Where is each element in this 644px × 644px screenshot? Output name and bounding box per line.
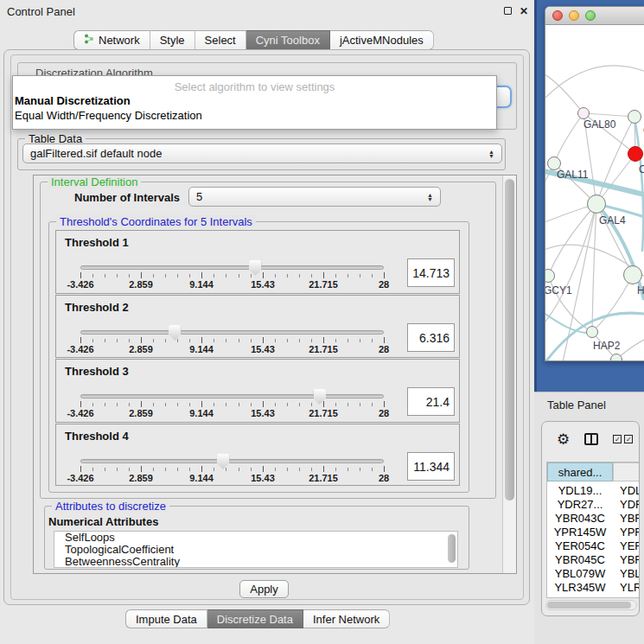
column-header-name[interactable]: n <box>613 462 640 481</box>
network-edges <box>545 25 644 361</box>
attributes-group-label: Attributes to discretize <box>52 500 169 513</box>
algorithm-group-label: Discretization Algorithm <box>33 67 156 75</box>
threshold-4-value[interactable]: 11.344 <box>407 452 455 481</box>
threshold-2-value[interactable]: 6.316 <box>407 323 455 352</box>
thresholds-group-label: Threshold's Coordinates for 5 Intervals <box>56 215 256 228</box>
threshold-1-slider[interactable] <box>80 265 384 270</box>
tab-style[interactable]: Style <box>150 30 195 50</box>
zoom-traffic-icon[interactable] <box>585 10 596 21</box>
attributes-scrollbar-thumb[interactable] <box>448 534 456 563</box>
table-row[interactable]: YDL19...YDL1 <box>547 484 640 498</box>
node-label: GCY1 <box>545 284 572 296</box>
table-panel-card: ⚙ ✓ ✓ shared... n YDL19...YDL1 YDR27...Y… <box>541 421 640 616</box>
threshold-1-value[interactable]: 14.713 <box>407 258 455 287</box>
num-intervals-combo[interactable]: 5 ▲▼ <box>188 187 441 207</box>
table-row[interactable]: YBL079WYBL0 <box>547 567 640 581</box>
panel-title: Control Panel <box>7 5 75 18</box>
threshold-2-box: Threshold 2 -3.426 2.859 9.144 15.43 21.… <box>55 295 460 358</box>
threshold-4-label: Threshold 4 <box>65 430 129 443</box>
settings-scrollbar[interactable] <box>502 175 516 573</box>
table-hscrollbar-thumb[interactable] <box>547 602 631 609</box>
network-canvas[interactable]: GAL80 GA GAL11 C GAL4 GCY1 H HAP2 <box>545 25 644 361</box>
list-item[interactable]: BetweennessCentrality <box>54 556 457 568</box>
close-traffic-icon[interactable] <box>552 10 563 21</box>
node-label: H <box>637 284 644 296</box>
dropdown-item-equal-width[interactable]: Equal Width/Frequency Discretization <box>13 108 496 123</box>
tab-select[interactable]: Select <box>195 30 246 50</box>
network-window-titlebar[interactable] <box>545 7 644 25</box>
table-row[interactable]: YPR145WYPR1 <box>547 526 640 539</box>
close-icon[interactable]: ✕ <box>519 6 529 16</box>
threshold-4-slider[interactable] <box>80 459 384 463</box>
table-hscrollbar[interactable] <box>545 600 637 610</box>
minimize-traffic-icon[interactable] <box>569 10 579 21</box>
table-row[interactable]: YBR043CYBR0 <box>547 512 640 526</box>
dropdown-hint: Select algorithm to view settings <box>13 76 496 93</box>
threshold-1-box: Threshold 1 -3.426 2.859 9.144 15.43 21.… <box>55 230 460 294</box>
attributes-list[interactable]: SelfLoops TopologicalCoefficient Between… <box>54 531 458 568</box>
settings-scrollbar-thumb[interactable] <box>505 179 514 501</box>
table-row[interactable]: YER054CYER0 <box>547 539 640 553</box>
dropdown-item-manual[interactable]: Manual Discretization <box>13 93 496 108</box>
gear-icon[interactable]: ⚙ <box>557 432 570 447</box>
node-selected-red[interactable] <box>628 146 643 162</box>
threshold-3-slider[interactable] <box>80 394 384 399</box>
node-label: GAL80 <box>583 118 615 131</box>
tab-discretize-data[interactable]: Discretize Data <box>207 609 303 628</box>
tab-infer-network[interactable]: Infer Network <box>303 609 390 628</box>
table-row[interactable]: YBR045CYBR0 <box>547 553 640 567</box>
table-panel-title: Table Panel <box>547 399 606 411</box>
node-gal4[interactable] <box>587 194 606 214</box>
threshold-1-label: Threshold 1 <box>65 236 129 249</box>
node-gal80[interactable] <box>577 107 590 119</box>
table-row[interactable]: YDR27...YDR2 <box>547 498 640 512</box>
tab-impute-data[interactable]: Impute Data <box>125 609 207 628</box>
stepper-icon: ▲▼ <box>488 150 494 158</box>
split-columns-icon[interactable] <box>584 433 598 445</box>
num-intervals-label: Number of Intervals <box>74 191 180 204</box>
threshold-2-slider[interactable] <box>80 330 384 335</box>
network-icon <box>84 34 94 47</box>
node-label: GAL11 <box>557 169 588 181</box>
threshold-3-value[interactable]: 21.4 <box>407 387 455 416</box>
threshold-3-box: Threshold 3 -3.426 2.859 9.144 15.43 21.… <box>55 359 460 423</box>
node-h[interactable] <box>623 265 642 284</box>
algorithm-dropdown: Select algorithm to view settings Manual… <box>12 75 497 130</box>
interval-definition-label: Interval Definition <box>48 175 141 188</box>
bottom-tab-bar: Impute Data Discretize Data Infer Networ… <box>125 609 390 628</box>
top-tab-bar: Network Style Select Cyni Toolbox jActiv… <box>73 30 434 50</box>
threshold-4-box: Threshold 4 -3.426 2.859 9.144 15.43 21.… <box>55 424 460 486</box>
node-table: shared... n YDL19...YDL1 YDR27...YDR2 YB… <box>546 462 640 598</box>
column-header-shared-name[interactable]: shared... <box>547 462 613 481</box>
node-bottom-partial[interactable] <box>610 354 622 361</box>
stepper-icon: ▲▼ <box>427 193 433 201</box>
table-data-combo[interactable]: galFiltered.sif default node ▲▼ <box>22 143 502 163</box>
threshold-2-label: Threshold 2 <box>65 301 129 314</box>
node-hap2[interactable] <box>586 326 598 338</box>
checkbox-icon[interactable]: ✓ <box>624 435 633 443</box>
node-label: HAP2 <box>593 340 620 352</box>
apply-button[interactable]: Apply <box>239 580 289 598</box>
float-icon[interactable] <box>502 6 513 16</box>
threshold-3-label: Threshold 3 <box>65 365 129 378</box>
node-top-right[interactable] <box>628 110 641 124</box>
tab-jactivemnodules[interactable]: jActiveMNodules <box>330 30 434 50</box>
numerical-attributes-label: Numerical Attributes <box>48 515 158 528</box>
list-item[interactable]: SelfLoops <box>54 532 457 544</box>
node-label: GAL4 <box>599 214 626 226</box>
node-label: C <box>639 163 644 175</box>
list-item[interactable]: TopologicalCoefficient <box>54 544 457 556</box>
checkbox-icon[interactable]: ✓ <box>613 435 622 443</box>
tab-network[interactable]: Network <box>73 30 150 50</box>
table-toolbar: ⚙ ✓ ✓ <box>542 422 639 456</box>
screenshot-root: Control Panel ✕ Network Style Select Cyn… <box>0 0 644 644</box>
table-row[interactable]: YIL052CYIL0 <box>547 595 640 598</box>
tab-cyni-toolbox[interactable]: Cyni Toolbox <box>246 30 330 50</box>
table-row[interactable]: YLR345WYLR3 <box>547 581 640 595</box>
network-window: GAL80 GA GAL11 C GAL4 GCY1 H HAP2 <box>545 6 644 361</box>
